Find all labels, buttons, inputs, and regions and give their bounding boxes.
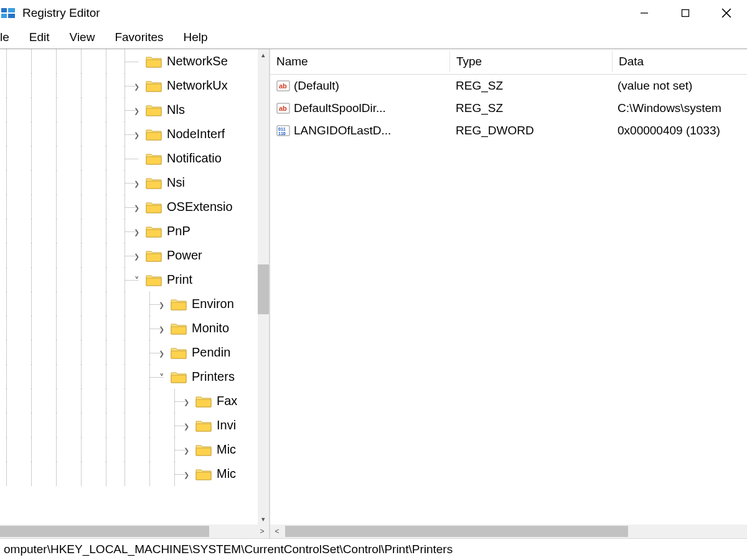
tree-item[interactable]: ❯Power [0, 243, 258, 268]
chevron-right-icon[interactable]: ❯ [182, 470, 192, 478]
tree-item[interactable]: ❯Monito [0, 316, 258, 340]
value-name-cell: LANGIDOfLastD... [270, 123, 449, 139]
tree-item[interactable]: NetworkSe [0, 49, 258, 73]
scroll-right-icon[interactable]: > [255, 527, 269, 536]
chevron-right-icon[interactable]: ❯ [157, 300, 167, 308]
values-list[interactable]: (Default)REG_SZ(value not set)DefaultSpo… [270, 75, 747, 525]
menu-edit[interactable]: Edit [19, 28, 60, 47]
value-data-cell: (value not set) [611, 78, 747, 94]
chevron-right-icon[interactable]: ❯ [182, 446, 192, 454]
app-icon [0, 5, 16, 21]
column-header-data[interactable]: Data [613, 51, 747, 72]
folder-icon [171, 346, 187, 360]
reg-string-icon [276, 79, 290, 93]
scroll-up-icon[interactable]: ▴ [258, 49, 269, 60]
chevron-right-icon[interactable]: ❯ [132, 227, 142, 235]
chevron-right-icon[interactable]: ❯ [132, 82, 142, 90]
tree-item-label: NetworkSe [167, 54, 228, 68]
menu-help[interactable]: Help [174, 28, 218, 47]
titlebar: Registry Editor [0, 0, 747, 26]
folder-icon [146, 55, 162, 68]
tree-horizontal-scrollbar[interactable]: > [0, 525, 269, 538]
tree-item[interactable]: ❯NodeInterf [0, 122, 258, 146]
column-header-type[interactable]: Type [450, 51, 613, 72]
folder-icon [146, 79, 162, 93]
registry-tree[interactable]: NetworkSe❯NetworkUx❯Nls❯NodeInterf Notif… [0, 49, 258, 525]
body: NetworkSe❯NetworkUx❯Nls❯NodeInterf Notif… [0, 49, 747, 538]
tree-item[interactable]: ❯PnP [0, 219, 258, 243]
tree-item-label: Mic [217, 442, 236, 457]
chevron-right-icon[interactable]: ❯ [132, 130, 142, 138]
value-data-cell: C:\Windows\system [611, 100, 747, 116]
folder-icon [171, 297, 187, 311]
address-bar[interactable]: omputer\HKEY_LOCAL_MACHINE\SYSTEM\Curren… [0, 538, 747, 560]
value-row[interactable]: DefaultSpoolDir...REG_SZC:\Windows\syste… [270, 97, 747, 119]
tree-item[interactable]: ❯Mic [0, 462, 258, 486]
tree-item[interactable]: ❯Environ [0, 292, 258, 316]
tree-item[interactable]: ❯Invi [0, 413, 258, 437]
tree-item-label: OSExtensio [167, 200, 233, 214]
tree-item-label: Nsi [167, 175, 185, 190]
value-row[interactable]: (Default)REG_SZ(value not set) [270, 75, 747, 97]
tree-item-label: Notificatio [167, 151, 222, 166]
menu-view[interactable]: View [60, 28, 105, 47]
maximize-button[interactable] [665, 0, 706, 26]
tree-item-label: Nls [167, 103, 185, 117]
column-header-name[interactable]: Name [270, 51, 450, 72]
folder-icon [195, 443, 212, 457]
tree-item-label: PnP [167, 224, 190, 238]
reg-string-icon [276, 101, 290, 115]
tree-item[interactable]: ❯Nls [0, 98, 258, 122]
values-horizontal-scrollbar[interactable]: < [270, 525, 747, 538]
svg-rect-0 [1, 8, 7, 12]
close-button[interactable] [706, 0, 747, 26]
value-row[interactable]: LANGIDOfLastD...REG_DWORD0x00000409 (103… [270, 119, 747, 142]
folder-icon [146, 103, 162, 117]
value-data-cell: 0x00000409 (1033) [611, 123, 747, 139]
tree-item[interactable]: ❯Mic [0, 437, 258, 462]
tree-item-label: Invi [217, 418, 236, 432]
value-name-cell: DefaultSpoolDir... [270, 100, 449, 116]
scroll-thumb[interactable] [285, 526, 628, 537]
chevron-right-icon[interactable]: ❯ [157, 348, 167, 357]
value-name-cell: (Default) [270, 78, 449, 94]
address-text: omputer\HKEY_LOCAL_MACHINE\SYSTEM\Curren… [4, 543, 453, 556]
tree-item[interactable]: ❯NetworkUx [0, 73, 258, 98]
chevron-right-icon[interactable]: ❯ [132, 251, 142, 259]
scroll-down-icon[interactable]: ▾ [258, 513, 269, 525]
tree-item[interactable]: ❯Pendin [0, 340, 258, 365]
tree-item[interactable]: ˅Printers [0, 365, 258, 389]
tree-item[interactable]: ❯Nsi [0, 170, 258, 195]
tree-item[interactable]: ˅Print [0, 268, 258, 292]
scroll-thumb[interactable] [258, 264, 269, 314]
folder-icon [146, 249, 162, 263]
tree-item[interactable]: ❯Fax [0, 389, 258, 413]
chevron-right-icon[interactable]: ❯ [132, 106, 142, 114]
scroll-thumb[interactable] [0, 526, 209, 537]
svg-rect-5 [682, 10, 689, 17]
folder-icon [171, 370, 187, 384]
tree-vertical-scrollbar[interactable]: ▴ ▾ [258, 49, 269, 525]
folder-icon [195, 467, 212, 481]
menu-file[interactable]: le [0, 28, 19, 47]
tree-item[interactable]: ❯OSExtensio [0, 195, 258, 219]
value-type-cell: REG_SZ [449, 100, 611, 116]
scroll-left-icon[interactable]: < [270, 527, 284, 536]
chevron-right-icon[interactable]: ❯ [132, 179, 142, 187]
svg-rect-2 [1, 14, 7, 18]
folder-icon [146, 176, 162, 190]
tree-item-label: Environ [192, 297, 234, 311]
tree-item-label: NodeInterf [167, 127, 225, 141]
chevron-right-icon[interactable]: ❯ [182, 421, 192, 429]
folder-icon [171, 322, 187, 335]
window-title: Registry Editor [22, 6, 100, 20]
folder-icon [146, 273, 162, 287]
tree-item[interactable]: Notificatio [0, 146, 258, 170]
tree-item-label: Pendin [192, 345, 230, 360]
chevron-right-icon[interactable]: ❯ [157, 324, 167, 332]
minimize-button[interactable] [624, 0, 665, 26]
menu-favorites[interactable]: Favorites [105, 28, 173, 47]
chevron-right-icon[interactable]: ❯ [182, 397, 192, 405]
chevron-right-icon[interactable]: ❯ [132, 203, 142, 211]
tree-item-label: Power [167, 248, 202, 263]
